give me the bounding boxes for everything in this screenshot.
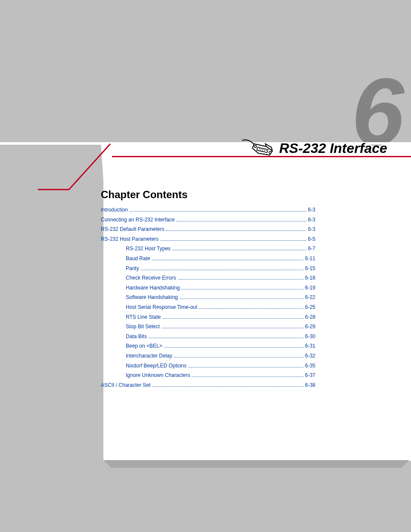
toc-entry-label: Ignore Unknown Characters bbox=[126, 371, 190, 380]
toc-entry-label: Connecting an RS-232 Interface bbox=[101, 216, 174, 224]
toc-entry[interactable]: RS-232 Default Parameters6-3 bbox=[101, 225, 315, 233]
toc-entry[interactable]: Software Handshaking6-22 bbox=[101, 293, 315, 302]
toc-entry-page: 6-29 bbox=[305, 323, 315, 331]
svg-point-6 bbox=[261, 149, 262, 149]
toc-entry-page: 6-37 bbox=[305, 371, 315, 380]
toc-entry-label: Hardware Handshaking bbox=[126, 284, 180, 292]
toc-leader-dots bbox=[199, 308, 303, 309]
toc-entry-label: RS-232 Default Parameters bbox=[101, 225, 164, 233]
toc-entry-label: Data Bits bbox=[126, 333, 147, 341]
toc-entry-label: Check Receive Errors bbox=[126, 274, 176, 282]
svg-point-7 bbox=[262, 149, 263, 150]
toc-leader-dots bbox=[130, 211, 306, 212]
toc-entry-label: Parity bbox=[126, 264, 139, 273]
toc-entry-label: Baud Rate bbox=[126, 255, 150, 263]
toc-entry-label: Intercharacter Delay bbox=[126, 352, 172, 360]
toc-leader-dots bbox=[160, 240, 306, 241]
header-red-diagonal bbox=[38, 142, 167, 194]
toc-entry-label: ASCII / Character Set bbox=[101, 381, 150, 389]
paper-bottom-shadow bbox=[100, 460, 410, 477]
toc-leader-dots bbox=[178, 279, 303, 280]
serial-connector-icon bbox=[241, 138, 276, 159]
toc-entry-page: 6-38 bbox=[305, 381, 315, 389]
toc-entry-page: 6-5 bbox=[308, 235, 315, 243]
toc-entry-label: RS-232 Host Parameters bbox=[101, 235, 159, 243]
toc-entry-page: 6-3 bbox=[308, 216, 315, 224]
toc-entry[interactable]: Check Receive Errors6-18 bbox=[101, 274, 315, 282]
toc-entry[interactable]: Beep on <BEL>6-31 bbox=[101, 342, 315, 350]
toc-entry-page: 6-30 bbox=[305, 333, 315, 341]
toc-entry-page: 6-31 bbox=[305, 342, 315, 350]
document-page: 6 RS-232 I bbox=[0, 0, 411, 532]
toc-entry[interactable]: Ignore Unknown Characters6-37 bbox=[101, 371, 315, 380]
toc-entry[interactable]: Hardware Handshaking6-19 bbox=[101, 284, 315, 292]
toc-entry-page: 6-22 bbox=[305, 293, 315, 302]
toc-entry[interactable]: Stop Bit Select6-29 bbox=[101, 323, 315, 331]
toc-leader-dots bbox=[192, 376, 303, 377]
toc-entry-page: 6-15 bbox=[305, 264, 315, 273]
contents-heading: Chapter Contents bbox=[101, 189, 187, 201]
toc-leader-dots bbox=[181, 289, 303, 289]
toc-leader-dots bbox=[164, 347, 303, 348]
chapter-header: RS-232 Interface bbox=[241, 138, 387, 159]
toc-entry-label: Introduction bbox=[101, 206, 128, 214]
toc-entry[interactable]: Host Serial Response Time-out6-25 bbox=[101, 303, 315, 311]
toc-entry[interactable]: RS-232 Host Parameters6-5 bbox=[101, 235, 315, 243]
toc-leader-dots bbox=[162, 318, 303, 319]
toc-entry-page: 6-28 bbox=[305, 313, 315, 321]
toc-entry-label: Stop Bit Select bbox=[126, 323, 160, 331]
toc-entry[interactable]: Connecting an RS-232 Interface6-3 bbox=[101, 216, 315, 224]
svg-point-8 bbox=[264, 149, 265, 150]
toc-entry-label: RTS Line State bbox=[126, 313, 161, 321]
toc-entry-page: 6-19 bbox=[305, 284, 315, 292]
toc-leader-dots bbox=[174, 357, 303, 358]
toc-leader-dots bbox=[152, 386, 303, 387]
toc-entry[interactable]: Parity6-15 bbox=[101, 264, 315, 273]
toc-entry-label: Nixdorf Beep/LED Options bbox=[126, 362, 187, 370]
toc-leader-dots bbox=[141, 270, 303, 270]
toc-leader-dots bbox=[162, 328, 303, 328]
svg-point-11 bbox=[260, 150, 261, 151]
toc-leader-dots bbox=[188, 367, 303, 367]
toc-entry[interactable]: Baud Rate6-11 bbox=[101, 255, 315, 263]
toc-leader-dots bbox=[166, 230, 306, 231]
toc-entry-page: 6-3 bbox=[308, 225, 315, 233]
toc-entry[interactable]: RS-232 Host Types6-7 bbox=[101, 245, 315, 253]
toc-entry-page: 6-3 bbox=[308, 206, 315, 214]
svg-point-14 bbox=[255, 146, 257, 148]
svg-point-15 bbox=[269, 152, 271, 154]
svg-point-10 bbox=[258, 150, 259, 151]
toc-entry-page: 6-11 bbox=[305, 255, 315, 263]
svg-point-5 bbox=[259, 149, 260, 149]
toc-entry[interactable]: Nixdorf Beep/LED Options6-35 bbox=[101, 362, 315, 370]
toc-entry-page: 6-32 bbox=[305, 352, 315, 360]
toc-entry[interactable]: Introduction6-3 bbox=[101, 206, 315, 214]
svg-point-9 bbox=[266, 150, 267, 151]
toc-entry[interactable]: ASCII / Character Set6-38 bbox=[101, 381, 315, 389]
svg-point-13 bbox=[264, 151, 265, 152]
toc-entry-label: Software Handshaking bbox=[126, 293, 178, 302]
svg-marker-1 bbox=[103, 460, 409, 468]
toc-entry-label: Beep on <BEL> bbox=[126, 342, 162, 350]
toc-leader-dots bbox=[149, 338, 303, 338]
toc-entry-page: 6-35 bbox=[305, 362, 315, 370]
svg-point-12 bbox=[262, 151, 263, 152]
toc-entry-page: 6-25 bbox=[305, 303, 315, 311]
toc-entry[interactable]: Intercharacter Delay6-32 bbox=[101, 352, 315, 360]
toc-entry[interactable]: RTS Line State6-28 bbox=[101, 313, 315, 321]
toc-leader-dots bbox=[172, 250, 306, 250]
chapter-title: RS-232 Interface bbox=[279, 140, 387, 156]
toc-entry-page: 6-18 bbox=[305, 274, 315, 282]
toc-leader-dots bbox=[152, 260, 303, 260]
toc-entry-label: Host Serial Response Time-out bbox=[126, 303, 197, 311]
table-of-contents: Introduction6-3Connecting an RS-232 Inte… bbox=[101, 204, 315, 391]
toc-leader-dots bbox=[180, 299, 303, 299]
toc-leader-dots bbox=[176, 221, 306, 221]
toc-entry-page: 6-7 bbox=[308, 245, 315, 253]
toc-entry-label: RS-232 Host Types bbox=[126, 245, 171, 253]
toc-entry[interactable]: Data Bits6-30 bbox=[101, 333, 315, 341]
